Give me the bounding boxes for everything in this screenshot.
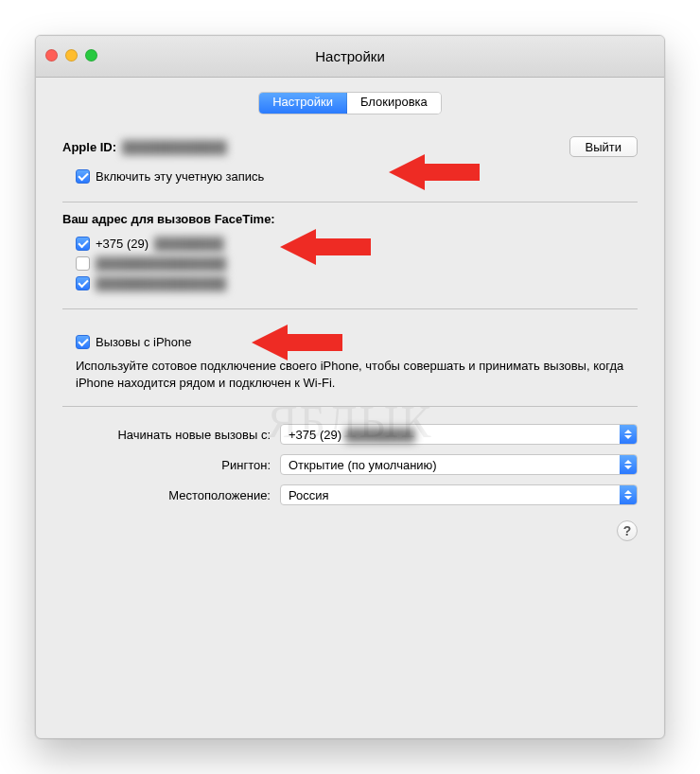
address-row-0: +375 (29) ████████ — [62, 234, 638, 254]
iphone-calls-label: Вызовы с iPhone — [96, 335, 192, 349]
enable-account-checkbox[interactable] — [76, 169, 90, 184]
window-title: Настройки — [315, 48, 385, 64]
close-window-button[interactable] — [45, 49, 58, 62]
chevron-updown-icon — [620, 425, 637, 444]
enable-account-label: Включить эту учетную запись — [96, 169, 264, 184]
address-row-2: ███████████████ — [62, 273, 638, 293]
apple-id-section: Apple ID: ████████████ Выйти Включить эт… — [62, 127, 638, 202]
address-checkbox[interactable] — [76, 276, 90, 290]
address-blurred: ███████████████ — [96, 276, 226, 290]
tab-settings[interactable]: Настройки — [259, 93, 347, 114]
titlebar: Настройки — [36, 36, 664, 78]
address-row-1: ███████████████ — [62, 254, 638, 273]
sign-out-button[interactable]: Выйти — [569, 136, 639, 157]
facetime-addresses-section: Ваш адрес для вызовов FaceTime: +375 (29… — [62, 202, 638, 308]
chevron-updown-icon — [620, 485, 637, 504]
start-calls-select[interactable]: +375 (29) ████████ — [280, 424, 638, 445]
address-blurred: ████████ — [154, 237, 224, 251]
tab-blocking[interactable]: Блокировка — [347, 93, 441, 114]
address-label: +375 (29) — [96, 237, 149, 251]
location-label: Местоположение: — [62, 488, 280, 502]
iphone-calls-section: Вызовы с iPhone Используйте сотовое подк… — [62, 309, 638, 406]
window-controls — [45, 49, 97, 62]
iphone-calls-description: Используйте сотовое подключение своего i… — [62, 352, 638, 391]
minimize-window-button[interactable] — [65, 49, 78, 62]
chevron-updown-icon — [620, 455, 637, 474]
help-button[interactable]: ? — [617, 520, 638, 541]
apple-id-label: Apple ID: — [62, 140, 116, 154]
apple-id-value: ████████████ — [122, 140, 227, 154]
tab-bar: Настройки Блокировка — [36, 78, 664, 127]
ringtone-label: Рингтон: — [62, 458, 280, 472]
ringtone-select[interactable]: Открытие (по умолчанию) — [280, 454, 638, 475]
address-blurred: ███████████████ — [96, 256, 226, 271]
zoom-window-button[interactable] — [85, 49, 97, 62]
start-calls-row: Начинать новые вызовы с: +375 (29) █████… — [62, 424, 638, 445]
ringtone-row: Рингтон: Открытие (по умолчанию) — [62, 454, 638, 475]
location-row: Местоположение: Россия — [62, 484, 638, 505]
preferences-window: Настройки Настройки Блокировка Apple ID:… — [35, 35, 665, 739]
start-calls-label: Начинать новые вызовы с: — [62, 428, 280, 442]
iphone-calls-checkbox[interactable] — [76, 335, 90, 349]
location-select[interactable]: Россия — [280, 484, 638, 505]
addresses-heading: Ваш адрес для вызовов FaceTime: — [62, 212, 638, 226]
form-section: Начинать новые вызовы с: +375 (29) █████… — [62, 407, 638, 509]
address-checkbox[interactable] — [76, 237, 90, 251]
address-checkbox[interactable] — [76, 256, 90, 271]
